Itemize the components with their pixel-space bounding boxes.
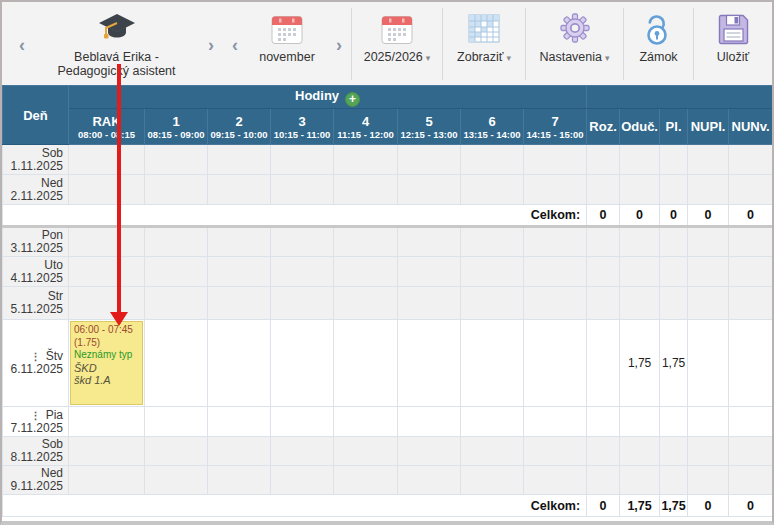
hour-cell[interactable] bbox=[208, 407, 271, 437]
hour-cell[interactable] bbox=[271, 320, 334, 407]
month-prev-button[interactable]: ‹ bbox=[223, 7, 247, 56]
hour-cell[interactable] bbox=[145, 407, 208, 437]
lock-button[interactable]: Zámok bbox=[624, 7, 693, 64]
hour-cell[interactable] bbox=[208, 320, 271, 407]
hour-cell[interactable] bbox=[208, 175, 271, 205]
hour-cell[interactable] bbox=[398, 175, 461, 205]
hour-cell[interactable] bbox=[145, 287, 208, 320]
summary-cell bbox=[688, 227, 729, 257]
day-label: Uto4.11.2025 bbox=[3, 257, 69, 287]
hour-cell[interactable] bbox=[524, 437, 587, 466]
month-selector[interactable]: november bbox=[247, 7, 327, 64]
save-button[interactable]: Uložiť bbox=[694, 7, 772, 64]
settings-dropdown[interactable]: Nastavenia▾ bbox=[526, 7, 623, 64]
hour-cell[interactable] bbox=[461, 227, 524, 257]
hour-cell[interactable] bbox=[334, 466, 398, 495]
hour-cell[interactable] bbox=[334, 175, 398, 205]
hour-cell[interactable] bbox=[524, 227, 587, 257]
hour-cell[interactable]: 06:00 - 07:45 (1.75) Neznámy typ ŠKD škd… bbox=[69, 320, 145, 407]
hour-cell[interactable] bbox=[461, 175, 524, 205]
hour-cell[interactable] bbox=[398, 407, 461, 437]
hour-cell[interactable] bbox=[398, 257, 461, 287]
hour-cell[interactable] bbox=[208, 287, 271, 320]
hour-cell[interactable] bbox=[461, 145, 524, 175]
hour-cell[interactable] bbox=[271, 227, 334, 257]
teacher-next-button[interactable]: › bbox=[199, 7, 223, 56]
hour-cell[interactable] bbox=[208, 437, 271, 466]
hour-cell[interactable] bbox=[69, 175, 145, 205]
hour-cell[interactable] bbox=[69, 407, 145, 437]
hour-cell[interactable] bbox=[145, 320, 208, 407]
hours-header: Hodiny+ bbox=[69, 86, 587, 109]
month-next-button[interactable]: › bbox=[327, 7, 351, 56]
summary-cell bbox=[587, 466, 620, 495]
hour-cell[interactable] bbox=[208, 145, 271, 175]
hour-cell[interactable] bbox=[398, 287, 461, 320]
hour-cell[interactable] bbox=[524, 466, 587, 495]
column-header-5: 512:15 - 13:00 bbox=[398, 109, 461, 145]
hour-cell[interactable] bbox=[461, 320, 524, 407]
hour-cell[interactable] bbox=[271, 287, 334, 320]
hour-cell[interactable] bbox=[398, 227, 461, 257]
column-header-7: 714:15 - 15:00 bbox=[524, 109, 587, 145]
hour-cell[interactable] bbox=[208, 257, 271, 287]
hour-cell[interactable] bbox=[69, 287, 145, 320]
hour-cell[interactable] bbox=[398, 320, 461, 407]
hour-cell[interactable] bbox=[334, 145, 398, 175]
hour-cell[interactable] bbox=[334, 407, 398, 437]
hour-cell[interactable] bbox=[208, 227, 271, 257]
hour-cell[interactable] bbox=[334, 320, 398, 407]
hour-cell[interactable] bbox=[461, 466, 524, 495]
hour-cell[interactable] bbox=[524, 320, 587, 407]
hour-cell[interactable] bbox=[524, 175, 587, 205]
hour-cell[interactable] bbox=[524, 257, 587, 287]
hour-cell[interactable] bbox=[69, 257, 145, 287]
hour-cell[interactable] bbox=[461, 437, 524, 466]
hour-cell[interactable] bbox=[524, 145, 587, 175]
hour-cell[interactable] bbox=[398, 145, 461, 175]
schoolyear-dropdown[interactable]: 2025/2026▾ bbox=[352, 7, 442, 64]
hour-cell[interactable] bbox=[69, 145, 145, 175]
hour-cell[interactable] bbox=[145, 175, 208, 205]
day-label: ⋮Štv6.11.2025 bbox=[3, 320, 69, 407]
hour-cell[interactable] bbox=[334, 227, 398, 257]
hour-cell[interactable] bbox=[69, 466, 145, 495]
view-label: Zobraziť▾ bbox=[457, 50, 511, 64]
hour-cell[interactable] bbox=[145, 145, 208, 175]
lesson-event-card[interactable]: 06:00 - 07:45 (1.75) Neznámy typ ŠKD škd… bbox=[70, 321, 143, 405]
view-dropdown[interactable]: Zobraziť▾ bbox=[443, 7, 525, 64]
hour-cell[interactable] bbox=[334, 437, 398, 466]
row-menu-icon[interactable]: ⋮ bbox=[31, 351, 41, 362]
hour-cell[interactable] bbox=[461, 407, 524, 437]
summary-cell bbox=[660, 227, 688, 257]
hour-cell[interactable] bbox=[271, 145, 334, 175]
hour-cell[interactable] bbox=[145, 466, 208, 495]
hour-cell[interactable] bbox=[69, 227, 145, 257]
add-hour-icon[interactable]: + bbox=[345, 92, 360, 107]
hour-cell[interactable] bbox=[334, 287, 398, 320]
hour-cell[interactable] bbox=[461, 287, 524, 320]
teacher-prev-button[interactable]: ‹ bbox=[10, 7, 34, 56]
summary-cell-oduc: 1,75 bbox=[620, 320, 660, 407]
hour-cell[interactable] bbox=[271, 466, 334, 495]
week2-total-row: Celkom: 0 1,75 1,75 0 0 bbox=[3, 495, 773, 517]
hour-cell[interactable] bbox=[145, 257, 208, 287]
hour-cell[interactable] bbox=[271, 407, 334, 437]
hour-cell[interactable] bbox=[461, 257, 524, 287]
hour-cell[interactable] bbox=[271, 175, 334, 205]
hour-cell[interactable] bbox=[334, 257, 398, 287]
hour-cell[interactable] bbox=[145, 227, 208, 257]
hour-cell[interactable] bbox=[398, 466, 461, 495]
hour-cell[interactable] bbox=[208, 466, 271, 495]
row-menu-icon[interactable]: ⋮ bbox=[31, 410, 41, 421]
hour-cell[interactable] bbox=[69, 437, 145, 466]
hour-cell[interactable] bbox=[524, 407, 587, 437]
summary-cell bbox=[688, 287, 729, 320]
summary-cell bbox=[620, 175, 660, 205]
summary-cell bbox=[620, 257, 660, 287]
hour-cell[interactable] bbox=[398, 437, 461, 466]
hour-cell[interactable] bbox=[271, 437, 334, 466]
hour-cell[interactable] bbox=[271, 257, 334, 287]
hour-cell[interactable] bbox=[145, 437, 208, 466]
hour-cell[interactable] bbox=[524, 287, 587, 320]
